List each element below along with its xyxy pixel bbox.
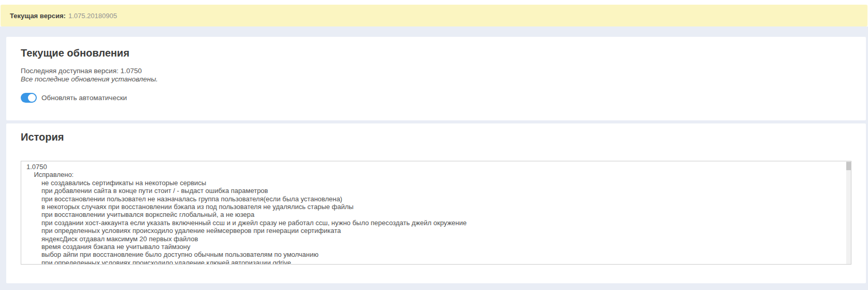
current-updates-card: Текущие обновления Последняя доступная в…	[6, 37, 866, 120]
auto-update-label: Обновлять автоматически	[41, 94, 127, 102]
history-textarea[interactable]: 1.0750 Исправлено: не создавались сертиф…	[21, 161, 851, 265]
top-bar: Текущая версия: 1.075.20180905	[0, 0, 868, 26]
current-version-banner: Текущая версия: 1.075.20180905	[1, 5, 867, 26]
history-scrollbar-thumb[interactable]	[846, 162, 851, 170]
page-background: Текущие обновления Последняя доступная в…	[0, 26, 868, 290]
current-version-value: 1.075.20180905	[68, 12, 117, 20]
auto-update-row: Обновлять автоматически	[21, 93, 851, 103]
auto-update-toggle[interactable]	[21, 93, 36, 103]
history-scrollbar[interactable]	[846, 161, 851, 264]
latest-version-text: Последняя доступная версия: 1.0750	[21, 67, 851, 75]
current-version-label: Текущая версия:	[10, 12, 66, 20]
history-title: История	[21, 123, 851, 142]
toggle-knob-icon	[27, 93, 37, 103]
current-updates-title: Текущие обновления	[21, 37, 851, 58]
changelog-text: 1.0750 Исправлено: не создавались сертиф…	[21, 161, 851, 265]
history-card: История 1.0750 Исправлено: не создавалис…	[6, 123, 866, 283]
updates-status-text: Все последние обновления установлены.	[21, 75, 851, 84]
